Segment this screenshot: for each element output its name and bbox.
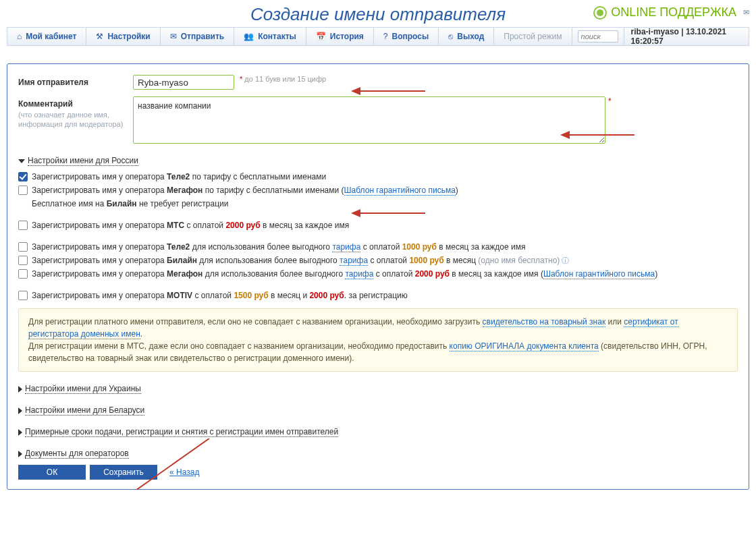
chevron-down-icon	[18, 159, 25, 163]
opt-mts-paid[interactable]: Зарегистрировать имя у оператора МТС с о…	[18, 219, 738, 231]
form-panel: Имя отправителя * до 11 букв или 15 цифр…	[7, 63, 749, 490]
required-star: *	[608, 96, 612, 106]
nav-send[interactable]: ✉Отправить	[161, 28, 234, 45]
help-icon[interactable]: ⓘ	[562, 256, 569, 264]
chevron-right-icon	[18, 451, 22, 457]
chevron-right-icon	[18, 386, 22, 393]
checkbox-icon	[18, 186, 28, 195]
link-guarantee-2[interactable]: Шаблон гарантийного письма	[543, 269, 655, 279]
headset-icon	[593, 6, 607, 20]
comment-label: Комментарий (что означает данное имя, ин…	[18, 96, 133, 130]
chevron-right-icon	[18, 429, 22, 436]
sender-label: Имя отправителя	[18, 75, 133, 87]
link-tariff-3[interactable]: тарифа	[345, 269, 373, 279]
opt-beeline-paid[interactable]: Зарегистрировать имя у оператора Билайн …	[18, 254, 738, 266]
section-russia[interactable]: Настройки имени для России	[18, 156, 738, 165]
exit-icon: ⎋	[448, 32, 453, 41]
section-docs[interactable]: Документы для операторов	[18, 449, 738, 458]
user-info: riba-i-myaso | 13.10.2021 16:20:57	[624, 28, 749, 45]
people-icon: 👥	[244, 32, 254, 41]
back-link[interactable]: « Назад	[169, 467, 199, 477]
search-input[interactable]	[578, 30, 618, 42]
home-icon: ⌂	[17, 32, 22, 41]
checkbox-icon	[18, 256, 28, 265]
section-timing[interactable]: Примерные сроки подачи, регистрации и сн…	[18, 427, 738, 436]
checkbox-icon	[18, 269, 28, 279]
nav-contacts[interactable]: 👥Контакты	[234, 28, 306, 45]
support-button[interactable]: ONLINE ПОДДЕРЖКА ✉	[593, 5, 749, 20]
link-guarantee-1[interactable]: Шаблон гарантийного письма	[344, 186, 456, 196]
sender-hint: * до 11 букв или 15 цифр	[240, 75, 326, 83]
info-note: Для регистрации платного имени отправите…	[18, 308, 738, 372]
link-tariff-1[interactable]: тарифа	[332, 242, 360, 252]
chevron-right-icon	[18, 407, 22, 414]
nav-exit[interactable]: ⎋Выход	[439, 28, 494, 45]
opt-tele2-free[interactable]: Зарегистрировать имя у оператора Теле2 п…	[18, 171, 738, 183]
nav-cabinet[interactable]: ⌂Мой кабинет	[7, 28, 86, 45]
checkbox-icon	[18, 221, 28, 230]
link-original-doc[interactable]: копию ОРИГИНАЛА документа клиента	[450, 341, 599, 351]
checkbox-icon	[18, 242, 28, 252]
comment-sublabel: (что означает данное имя, информация для…	[18, 110, 133, 130]
main-nav: ⌂Мой кабинет ⚒Настройки ✉Отправить 👥Конт…	[7, 27, 749, 46]
nav-history[interactable]: 📅История	[306, 28, 374, 45]
comment-input[interactable]	[133, 96, 605, 144]
beeline-note: Бесплатное имя на Билайн не требует реги…	[18, 198, 738, 210]
mail-icon: ✉	[743, 8, 749, 17]
checkbox-icon	[18, 291, 28, 300]
nav-settings[interactable]: ⚒Настройки	[86, 28, 160, 45]
calendar-icon: 📅	[316, 32, 326, 41]
nav-questions[interactable]: ?Вопросы	[374, 28, 439, 45]
save-button[interactable]: Сохранить	[90, 465, 157, 480]
tools-icon: ⚒	[96, 32, 103, 41]
ok-button[interactable]: ОК	[18, 465, 86, 480]
envelope-icon: ✉	[170, 32, 177, 41]
nav-search-wrap	[572, 28, 624, 45]
opt-megafon-paid[interactable]: Зарегистрировать имя у оператора Мегафон…	[18, 268, 738, 280]
opt-motiv-paid[interactable]: Зарегистрировать имя у оператора MOTIV с…	[18, 289, 738, 302]
checkbox-on-icon	[18, 172, 28, 181]
nav-mode[interactable]: Простой режим	[494, 28, 572, 45]
link-trademark[interactable]: свидетельство на товарный знак	[483, 317, 606, 327]
section-ukraine[interactable]: Настройки имени для Украины	[18, 384, 738, 393]
link-tariff-2[interactable]: тарифа	[340, 256, 368, 266]
sender-input[interactable]	[133, 75, 234, 90]
opt-megafon-free[interactable]: Зарегистрировать имя у оператора Мегафон…	[18, 184, 738, 196]
opt-tele2-paid[interactable]: Зарегистрировать имя у оператора Теле2 д…	[18, 241, 738, 253]
section-belarus[interactable]: Настройки имени для Беларуси	[18, 405, 738, 415]
question-icon: ?	[383, 32, 388, 41]
